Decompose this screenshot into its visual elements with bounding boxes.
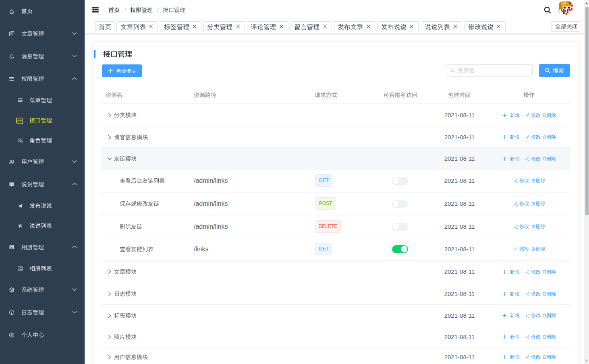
svg-text:API: API xyxy=(17,119,23,122)
